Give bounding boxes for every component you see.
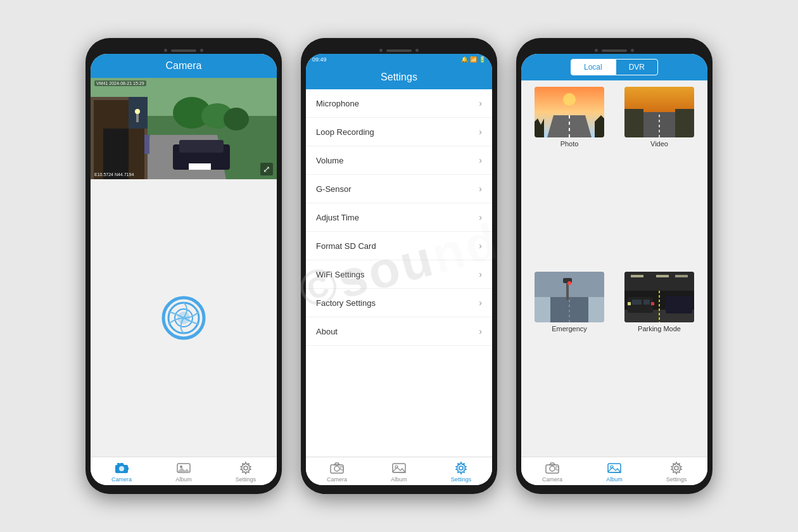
chevron-volume: ›	[479, 155, 482, 165]
dot-3	[379, 49, 383, 52]
svg-rect-64	[643, 300, 650, 305]
gallery-cell-parking[interactable]: Parking Mode	[618, 272, 701, 450]
album-nav-icon-3	[607, 461, 621, 475]
chevron-factory: ›	[479, 298, 482, 308]
gallery-cell-emergency[interactable]: Emergency	[528, 272, 611, 450]
svg-marker-74	[608, 467, 621, 472]
chevron-gsensor: ›	[479, 184, 482, 194]
cam-info-bottom: E10.5724 N44.7194	[94, 172, 134, 177]
phone-screen-3: Local DVR	[521, 54, 707, 485]
nav-settings-2[interactable]: Settings	[430, 461, 492, 483]
status-time: 09:49	[312, 56, 327, 63]
tab-local[interactable]: Local	[571, 59, 616, 75]
settings-wifi[interactable]: WiFi Settings ›	[306, 260, 492, 289]
camera-header: Camera	[91, 54, 277, 78]
svg-rect-13	[136, 113, 139, 122]
settings-about[interactable]: About ›	[306, 317, 492, 346]
dot-5	[595, 49, 598, 52]
cam-info-top: VM41 2024-08-21 15:29	[94, 80, 146, 86]
nav-camera-3[interactable]: Camera	[521, 461, 583, 483]
bottom-nav-3: Camera Album	[521, 457, 707, 485]
expand-icon[interactable]: ⤢	[260, 163, 273, 175]
camera-view: VM41 2024-08-21 15:29 E10.5724 N44.7194 …	[91, 78, 277, 179]
gallery-cell-video[interactable]: Video	[618, 87, 701, 265]
settings-format-sd[interactable]: Format SD Card ›	[306, 232, 492, 260]
nav-settings-1[interactable]: Settings	[215, 461, 277, 483]
settings-list: Microphone › Loop Recording › Volume › G…	[306, 89, 492, 457]
status-icons: 🔔 📶 🔋	[461, 56, 486, 63]
dot-6	[631, 49, 634, 52]
svg-rect-62	[666, 296, 692, 314]
settings-nav-icon-3	[669, 461, 683, 475]
svg-marker-27	[177, 467, 190, 472]
phone-screen-2: 09:49 🔔 📶 🔋 Settings Microphone › Loop R…	[306, 54, 492, 485]
svg-point-54	[567, 281, 571, 285]
gallery-cell-photo[interactable]: Photo	[528, 87, 611, 265]
nav-camera-1[interactable]: Camera	[91, 461, 153, 483]
camera-center	[91, 179, 277, 457]
phone-screen-1: Camera	[91, 54, 277, 485]
chevron-time: ›	[479, 212, 482, 222]
svg-rect-46	[624, 109, 643, 137]
nav-album-1[interactable]: Album	[153, 461, 215, 483]
svg-rect-58	[656, 275, 669, 277]
svg-point-75	[674, 466, 678, 470]
svg-marker-35	[393, 467, 405, 472]
gsensor-label: G-Sensor	[316, 184, 352, 194]
about-label: About	[316, 327, 338, 336]
format-sd-label: Format SD Card	[316, 241, 376, 251]
notch-bar-1	[91, 47, 277, 54]
gallery-video-label: Video	[650, 140, 668, 148]
settings-loop-recording[interactable]: Loop Recording ›	[306, 118, 492, 146]
svg-rect-72	[608, 464, 621, 472]
tab-dvr[interactable]: DVR	[616, 59, 658, 75]
chevron-about: ›	[479, 326, 482, 336]
settings-adjust-time[interactable]: Adjust Time ›	[306, 203, 492, 232]
chevron-loop: ›	[479, 127, 482, 137]
notch-bar-2	[306, 47, 492, 54]
svg-point-19	[177, 312, 190, 324]
settings-nav-icon-2	[454, 461, 468, 475]
nav-album-label-3: Album	[606, 476, 623, 483]
svg-rect-11	[179, 140, 224, 153]
nav-album-label-1: Album	[175, 476, 192, 483]
svg-marker-30	[334, 463, 339, 465]
nav-camera-label-2: Camera	[327, 476, 347, 483]
settings-volume[interactable]: Volume ›	[306, 146, 492, 175]
speaker-1	[171, 49, 196, 52]
nav-album-3[interactable]: Album	[583, 461, 645, 483]
bottom-nav-2: Camera Album	[306, 457, 492, 485]
svg-rect-59	[675, 275, 688, 277]
svg-point-36	[459, 466, 463, 470]
gallery-thumb-photo	[535, 87, 604, 137]
svg-rect-5	[103, 129, 129, 179]
svg-rect-57	[631, 275, 643, 277]
phone-3: Local DVR	[516, 38, 712, 494]
settings-microphone[interactable]: Microphone ›	[306, 89, 492, 118]
gallery-thumb-emergency	[535, 272, 604, 322]
bottom-nav-1: Camera Album	[91, 457, 277, 485]
notch-bar-3	[521, 47, 707, 54]
speaker-2	[386, 49, 412, 52]
chevron-microphone: ›	[479, 98, 482, 108]
nav-camera-2[interactable]: Camera	[306, 461, 368, 483]
svg-rect-23	[117, 463, 120, 465]
phone-1: Camera	[86, 38, 282, 494]
nav-settings-label-3: Settings	[666, 476, 687, 483]
adjust-time-label: Adjust Time	[316, 213, 359, 222]
microphone-label: Microphone	[316, 99, 359, 108]
settings-gsensor[interactable]: G-Sensor ›	[306, 175, 492, 203]
nav-album-2[interactable]: Album	[368, 461, 430, 483]
gallery-thumb-video	[624, 87, 694, 137]
svg-point-31	[334, 466, 339, 471]
svg-rect-63	[632, 300, 642, 305]
volume-label: Volume	[316, 156, 343, 165]
svg-rect-65	[628, 302, 631, 305]
svg-rect-12	[189, 163, 211, 170]
svg-point-42	[563, 93, 576, 106]
settings-factory[interactable]: Factory Settings ›	[306, 289, 492, 317]
nav-settings-3[interactable]: Settings	[645, 461, 707, 483]
chevron-sd: ›	[479, 241, 482, 251]
svg-point-14	[135, 109, 140, 114]
svg-rect-61	[628, 297, 653, 313]
